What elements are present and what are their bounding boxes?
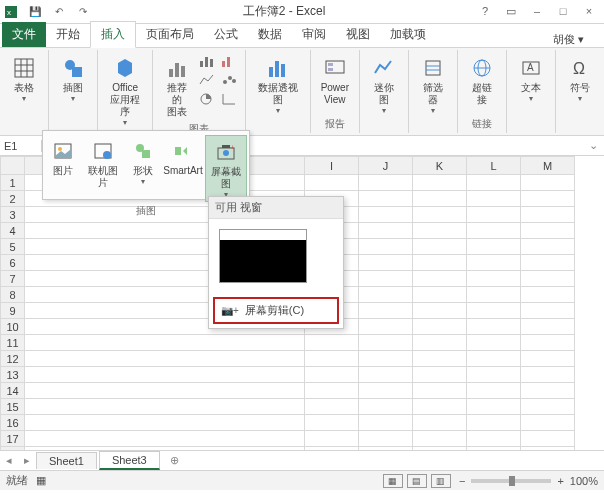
save-icon[interactable]: 💾 <box>28 5 42 19</box>
help-icon[interactable]: ? <box>474 5 496 18</box>
svg-rect-26 <box>328 68 333 71</box>
office-apps-button[interactable]: Office 应用程序 ▾ <box>104 52 146 129</box>
tab-layout[interactable]: 页面布局 <box>136 22 204 47</box>
chart-type-5[interactable] <box>219 71 239 89</box>
picture-button[interactable]: 图片 <box>45 135 81 202</box>
tab-data[interactable]: 数据 <box>248 22 292 47</box>
tab-addins[interactable]: 加载项 <box>380 22 436 47</box>
tables-button[interactable]: 表格 ▾ <box>6 52 42 105</box>
shapes-button[interactable]: 形状 ▾ <box>125 135 161 202</box>
col-header[interactable]: K <box>413 157 467 175</box>
chevron-down-icon: ▾ <box>141 177 145 186</box>
select-all-corner[interactable] <box>1 157 25 175</box>
slicer-button[interactable]: 筛选器 ▾ <box>415 52 451 117</box>
svg-rect-42 <box>175 147 181 155</box>
smartart-button[interactable]: SmartArt <box>163 135 203 202</box>
redo-icon[interactable]: ↷ <box>76 5 90 19</box>
row-header[interactable]: 5 <box>1 239 25 255</box>
row-header[interactable]: 7 <box>1 271 25 287</box>
minimize-icon[interactable]: – <box>526 5 548 18</box>
row-header[interactable]: 15 <box>1 399 25 415</box>
screen-clip-item[interactable]: 📷+ 屏幕剪辑(C) <box>213 297 339 324</box>
symbol-button[interactable]: Ω 符号 ▾ <box>562 52 598 105</box>
row-header[interactable]: 9 <box>1 303 25 319</box>
textbox-icon: A <box>517 54 545 82</box>
flyout-header: 可用 视窗 <box>209 197 343 219</box>
tab-review[interactable]: 审阅 <box>292 22 336 47</box>
row-header[interactable]: 16 <box>1 415 25 431</box>
row-header[interactable]: 17 <box>1 431 25 447</box>
formula-expand[interactable]: ⌄ <box>583 139 604 152</box>
zoom-slider[interactable] <box>471 479 551 483</box>
svg-point-20 <box>232 79 236 83</box>
recommended-charts-button[interactable]: 推荐的 图表 <box>159 52 195 120</box>
sheet-nav-prev[interactable]: ◂ <box>0 454 18 467</box>
screenshot-flyout: 可用 视窗 📷+ 屏幕剪辑(C) <box>208 196 344 329</box>
chevron-down-icon: ▾ <box>71 94 75 103</box>
screenshot-button[interactable]: + 屏幕截图 ▾ <box>205 135 247 202</box>
svg-rect-24 <box>326 61 344 73</box>
zoom-in[interactable]: + <box>557 475 563 487</box>
chart-type-3[interactable] <box>197 90 217 108</box>
illustrations-button[interactable]: 插图 ▾ <box>55 52 91 105</box>
row-header[interactable]: 3 <box>1 207 25 223</box>
svg-text:+: + <box>230 143 235 152</box>
power-view-button[interactable]: Power View <box>317 52 353 108</box>
chart-type-6[interactable] <box>219 90 239 108</box>
col-header[interactable]: M <box>521 157 575 175</box>
chart-type-4[interactable] <box>219 52 239 70</box>
svg-rect-27 <box>426 61 440 75</box>
tab-formulas[interactable]: 公式 <box>204 22 248 47</box>
row-header[interactable]: 10 <box>1 319 25 335</box>
svg-rect-25 <box>328 63 333 66</box>
window-thumbnail[interactable] <box>219 229 307 283</box>
row-header[interactable]: 11 <box>1 335 25 351</box>
zoom-out[interactable]: − <box>459 475 465 487</box>
close-icon[interactable]: × <box>578 5 600 18</box>
text-button[interactable]: A 文本 ▾ <box>513 52 549 105</box>
svg-text:A: A <box>527 62 534 73</box>
sheet-tab-active[interactable]: Sheet3 <box>99 451 160 470</box>
ribbon-options-icon[interactable]: ▭ <box>500 5 522 18</box>
illustrations-dropdown: 图片 联机图片 形状 ▾ SmartArt + 屏幕截图 ▾ 插图 <box>42 130 250 200</box>
row-header[interactable]: 6 <box>1 255 25 271</box>
maximize-icon[interactable]: □ <box>552 5 574 18</box>
col-header[interactable]: I <box>305 157 359 175</box>
tab-file[interactable]: 文件 <box>2 22 46 47</box>
row-header[interactable]: 12 <box>1 351 25 367</box>
svg-rect-16 <box>222 61 225 67</box>
view-normal[interactable]: ▦ <box>383 474 403 488</box>
view-page-break[interactable]: ▥ <box>431 474 451 488</box>
tab-view[interactable]: 视图 <box>336 22 380 47</box>
chart-type-2[interactable] <box>197 71 217 89</box>
pivot-chart-button[interactable]: 数据透视图 ▾ <box>252 52 303 117</box>
online-picture-button[interactable]: 联机图片 <box>83 135 123 202</box>
col-header[interactable]: L <box>467 157 521 175</box>
undo-icon[interactable]: ↶ <box>52 5 66 19</box>
col-header[interactable]: J <box>359 157 413 175</box>
svg-rect-23 <box>281 64 285 77</box>
picture-icon <box>49 137 77 165</box>
tab-home[interactable]: 开始 <box>46 22 90 47</box>
row-header[interactable]: 13 <box>1 367 25 383</box>
shapes-icon <box>129 137 157 165</box>
row-header[interactable]: 18 <box>1 447 25 451</box>
sparkline-button[interactable]: 迷你图 ▾ <box>366 52 402 117</box>
chevron-down-icon: ▾ <box>431 106 435 115</box>
row-header[interactable]: 14 <box>1 383 25 399</box>
add-sheet-button[interactable]: ⊕ <box>162 454 187 467</box>
sheet-nav-next[interactable]: ▸ <box>18 454 36 467</box>
row-header[interactable]: 1 <box>1 175 25 191</box>
tab-insert[interactable]: 插入 <box>90 21 136 48</box>
user-account[interactable]: 胡俊 ▾ <box>553 32 604 47</box>
row-header[interactable]: 8 <box>1 287 25 303</box>
row-header[interactable]: 2 <box>1 191 25 207</box>
hyperlink-button[interactable]: 超链接 <box>464 52 500 108</box>
name-box[interactable]: E1 <box>0 140 42 152</box>
view-page-layout[interactable]: ▤ <box>407 474 427 488</box>
row-header[interactable]: 4 <box>1 223 25 239</box>
zoom-level[interactable]: 100% <box>570 475 598 487</box>
chart-type-1[interactable] <box>197 52 217 70</box>
sheet-tab[interactable]: Sheet1 <box>36 452 97 469</box>
filter-icon <box>419 54 447 82</box>
